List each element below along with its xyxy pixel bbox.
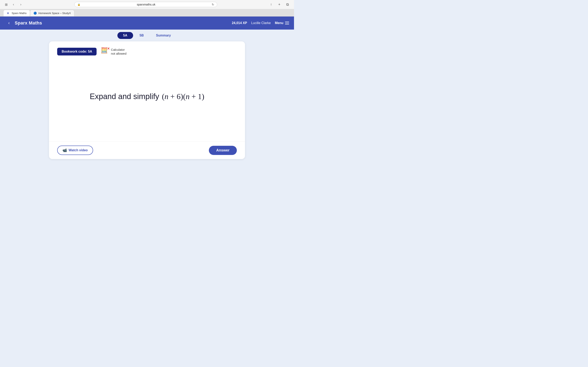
calculator-x-icon: ✕ [107, 47, 110, 50]
calculator-info: 🧮 ✕ Calculator not allowed [101, 48, 126, 56]
hamburger-line-3 [285, 24, 289, 25]
math-question: Expand and simplify (n + 6)(n + 1) [90, 92, 204, 101]
answer-button[interactable]: Answer [209, 146, 237, 155]
main-content: Bookwork code: 5A 🧮 ✕ Calculator not all… [0, 42, 294, 167]
browser-toolbar: ⊞ ‹ › 🔒 sparxmaths.uk ↻ ↑ + ⧉ [0, 0, 294, 9]
back-button[interactable]: ‹ [11, 2, 16, 7]
hamburger-line-1 [285, 22, 289, 22]
card-top: Bookwork code: 5A 🧮 ✕ Calculator not all… [49, 42, 245, 60]
app-header: ‹ Sparx Maths 24,014 XP Lucille Clarke M… [0, 17, 294, 30]
menu-label: Menu [275, 21, 283, 25]
question-card: Bookwork code: 5A 🧮 ✕ Calculator not all… [49, 42, 245, 159]
lock-icon: 🔒 [77, 3, 80, 6]
menu-button[interactable]: Menu [275, 21, 289, 25]
tab-studyx[interactable]: 🔵 Homework Space – StudyX [30, 10, 74, 16]
studyx-tab-icon: 🔵 [34, 12, 37, 15]
browser-chrome: ⊞ ‹ › 🔒 sparxmaths.uk ↻ ↑ + ⧉ ✕ Sparx Ma… [0, 0, 294, 17]
bookwork-code-badge: Bookwork code: 5A [57, 48, 96, 55]
card-bottom: 📹 Watch video Answer [49, 141, 245, 159]
share-button[interactable]: ↑ [268, 1, 274, 8]
browser-tabs: ✕ Sparx Maths 🔵 Homework Space – StudyX [0, 9, 294, 16]
watch-video-label: Watch video [69, 149, 88, 152]
tab-5b[interactable]: 5B [134, 32, 149, 39]
calculator-icon-wrap: 🧮 ✕ [101, 48, 109, 56]
tab-summary[interactable]: Summary [150, 32, 177, 39]
browser-actions: ↑ + ⧉ [268, 1, 291, 8]
sparx-tab-icon: ✕ [7, 12, 10, 15]
calculator-icon: 🧮 [101, 47, 108, 53]
windows-button[interactable]: ⧉ [284, 1, 291, 8]
sparx-tab-label: Sparx Maths [12, 12, 26, 15]
watch-video-button[interactable]: 📹 Watch video [57, 146, 93, 155]
url-text: sparxmaths.uk [82, 3, 210, 6]
xp-display: 24,014 XP [232, 21, 247, 25]
tab-sparx-maths[interactable]: ✕ Sparx Maths [3, 10, 30, 16]
video-icon: 📹 [62, 148, 67, 152]
calculator-status: not allowed [111, 52, 126, 56]
header-right: 24,014 XP Lucille Clarke Menu [232, 21, 289, 25]
address-bar[interactable]: 🔒 sparxmaths.uk ↻ [74, 2, 217, 7]
back-navigation-button[interactable]: ‹ [5, 19, 13, 27]
back-arrow-icon: ‹ [8, 20, 9, 26]
browser-controls: ⊞ ‹ › [3, 2, 24, 7]
forward-button[interactable]: › [18, 2, 24, 7]
question-prefix: Expand and simplify [90, 92, 159, 101]
calculator-label: Calculator [111, 48, 126, 52]
new-tab-button[interactable]: + [276, 1, 283, 8]
studyx-tab-label: Homework Space – StudyX [38, 12, 71, 15]
sidebar-toggle-button[interactable]: ⊞ [3, 2, 9, 7]
hamburger-line-2 [285, 23, 289, 23]
app-logo: Sparx Maths [15, 20, 42, 26]
question-body: Expand and simplify (n + 6)(n + 1) [49, 60, 245, 141]
hamburger-icon [285, 22, 289, 25]
user-name: Lucille Clarke [251, 21, 271, 25]
reload-button[interactable]: ↻ [212, 3, 214, 6]
math-expression: (n + 6)(n + 1) [160, 92, 204, 101]
calculator-text: Calculator not allowed [111, 48, 126, 56]
tabs-navigation: 5A 5B Summary [0, 30, 294, 42]
tab-5a[interactable]: 5A [117, 32, 133, 39]
